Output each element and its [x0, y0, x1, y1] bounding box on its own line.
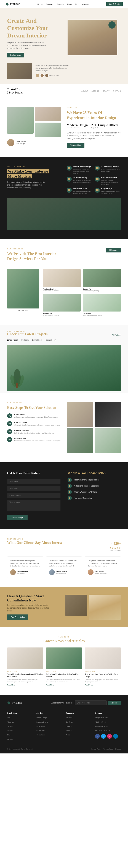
- author-avatar-2: [88, 569, 93, 575]
- footer-sitemap-link[interactable]: Sitemap: [115, 748, 121, 750]
- services-main-card: Interior Design: [7, 269, 39, 316]
- logo-text: INTERSE: [10, 3, 20, 5]
- services-grid-area: Furniture Design Custom furniture soluti…: [43, 269, 121, 316]
- footer-privacy-link[interactable]: Privacy Policy: [91, 748, 101, 750]
- project-tab-1[interactable]: Bedroom: [22, 339, 29, 342]
- person-role: Lead Designer: [16, 143, 26, 145]
- feature-title-5: Unique Design: [101, 188, 121, 190]
- footer-link-1-2[interactable]: Architecture: [36, 725, 45, 727]
- person-card: Chris Rolins Lead Designer: [7, 139, 61, 146]
- projects-all-link[interactable]: All Projects: [112, 334, 121, 336]
- news-link-1[interactable]: Read More: [46, 684, 54, 686]
- facebook-icon[interactable]: f: [95, 734, 100, 739]
- feature-icon-4: [67, 188, 72, 193]
- hero-cta-button[interactable]: Explore More: [7, 53, 24, 57]
- footer-top: INTERSE Subscribe to Our Newsletter Subs…: [7, 701, 121, 705]
- news-excerpt-2: Transform your living space with these e…: [85, 679, 121, 683]
- steps-content: Our Process Easy Steps To Get Your Solut…: [7, 402, 61, 453]
- step-title-0: Consultation: [14, 413, 58, 415]
- footer-link-2-1[interactable]: Our Team: [66, 721, 73, 723]
- footer-link-1-0[interactable]: Interior Design: [36, 717, 47, 719]
- footer-link-0-2[interactable]: Services: [7, 725, 13, 727]
- project-tab-3[interactable]: Dining Room: [46, 339, 56, 342]
- footer-col-2: Company About Us Our Team Careers Partne…: [66, 712, 92, 742]
- linkedin-icon[interactable]: li: [113, 734, 118, 739]
- footer-link-2-3[interactable]: Partners: [66, 730, 72, 732]
- hero-bottom-description: We have over 25 years of experience in i…: [36, 64, 71, 72]
- news-excerpt-0: Discover smart design solutions to maxim…: [7, 679, 43, 683]
- form-feature-text-2: 3 Years Warranty on All Work: [74, 491, 97, 493]
- testimonial-text-0: Interse transformed our living space bey…: [10, 560, 40, 567]
- twitter-icon[interactable]: t: [101, 734, 106, 739]
- form-message-input[interactable]: [7, 500, 60, 511]
- contact-form-section: Get A Free Consultation Send Message We …: [0, 462, 128, 529]
- project-tab-0[interactable]: Living Room: [7, 339, 18, 342]
- footer-subscribe-button[interactable]: Subscribe: [108, 701, 121, 705]
- trusted-logo-0: ABUILT: [81, 90, 88, 92]
- footer-link-3-1[interactable]: +1 234 567 890: [95, 721, 106, 723]
- footer-email-input[interactable]: [75, 701, 107, 705]
- footer-link-1-1[interactable]: Furniture Design: [36, 721, 48, 723]
- nav-cta-button[interactable]: Get A Quote: [106, 2, 123, 6]
- form-phone-input[interactable]: [7, 493, 60, 498]
- instagram-icon[interactable]: in: [107, 734, 112, 739]
- services-section: Our Services We Provide The Best Interio…: [0, 239, 128, 325]
- footer-link-2-2[interactable]: Careers: [66, 725, 72, 727]
- footer-bottom-links: Privacy Policy Terms of Use Sitemap: [91, 748, 121, 750]
- nav-services[interactable]: Services: [46, 3, 53, 5]
- footer-logo-icon: [7, 701, 11, 705]
- cta-button[interactable]: Free Consultation: [7, 615, 28, 620]
- footer-link-0-5[interactable]: Contact: [7, 738, 13, 740]
- feature-title-2: On Time Working: [73, 177, 93, 179]
- services-grid: Furniture Design Custom furniture soluti…: [43, 269, 121, 316]
- hero-bottom: We have over 25 years of experience in i…: [0, 63, 128, 84]
- footer-link-2-4[interactable]: Press: [66, 734, 70, 736]
- form-feature-icon-1: [68, 484, 72, 488]
- footer-link-1-4[interactable]: Consultation: [36, 734, 45, 736]
- nav-about[interactable]: About: [67, 3, 72, 5]
- feature-text-2: On Time Working We complete all projects…: [73, 177, 93, 183]
- footer-link-2-0[interactable]: About Us: [66, 717, 72, 719]
- step-content-2: Product Selection Selecting the finest m…: [14, 429, 54, 434]
- logo: INTERSE: [5, 2, 20, 6]
- footer-terms-link[interactable]: Terms of Use: [103, 748, 113, 750]
- footer-link-3-0[interactable]: info@interse.com: [95, 717, 108, 719]
- news-excerpt-1: Explore the finest furniture collections…: [46, 679, 82, 683]
- author-name-2: Lisa Ferrell: [95, 570, 106, 572]
- news-grid: March 15, 2024 Smart Minimalist Bathroom…: [7, 648, 121, 686]
- features-section: Why Choose Us We Make Your Interior More…: [0, 157, 128, 239]
- cta-image-2-content: [89, 595, 121, 620]
- feature-4: Professional Team Experienced designers …: [67, 188, 93, 194]
- news-image-2: [85, 648, 121, 669]
- footer-link-0-4[interactable]: Blog: [7, 734, 10, 736]
- footer-link-1-3[interactable]: Renovation: [36, 730, 45, 732]
- feature-desc-5: One-of-a-kind designs tailored specifica…: [101, 190, 121, 194]
- footer-link-0-0[interactable]: Home: [7, 717, 11, 719]
- form-name-input[interactable]: [7, 479, 60, 484]
- stat-2: 250+Unique Offices Projects Done: [91, 123, 118, 129]
- project-tab-2[interactable]: Living Room: [32, 339, 42, 342]
- testimonials-grid: Interse transformed our living space bey…: [7, 556, 121, 578]
- news-link-0[interactable]: Read More: [7, 684, 15, 686]
- service-card-title-3: Decoration: [83, 313, 121, 314]
- services-cta-button[interactable]: All Services: [106, 248, 121, 252]
- projects-label: Our Portfolio: [7, 330, 48, 332]
- nav-home[interactable]: Home: [38, 3, 43, 5]
- author-name-1: Marco Rivera: [56, 570, 67, 572]
- experience-cta-button[interactable]: Discover More: [67, 143, 84, 148]
- nav-projects[interactable]: Projects: [56, 3, 63, 5]
- form-email-input[interactable]: [7, 486, 60, 491]
- news-link-2[interactable]: Read More: [85, 684, 93, 686]
- nav-blog[interactable]: Blog: [75, 3, 79, 5]
- form-right-content: We Make Your Space Better Modern Interio…: [68, 471, 121, 520]
- feature-title-0: Modern Interior Design: [73, 165, 93, 167]
- projects-section: Our Portfolio Check Our Latest Projects …: [0, 325, 128, 393]
- form-submit-button[interactable]: Send Message: [7, 515, 28, 520]
- footer-link-0-3[interactable]: Portfolio: [7, 730, 13, 732]
- testimonial-1: Professional, creative and reliable. The…: [46, 556, 82, 578]
- footer-link-0-1[interactable]: About Us: [7, 721, 14, 723]
- footer-newsletter: Subscribe to Our Newsletter Subscribe: [51, 701, 121, 705]
- experience-description: Our team of experienced interior designe…: [67, 131, 121, 140]
- steps-label: Our Process: [7, 402, 61, 404]
- nav-contact[interactable]: Contact: [82, 3, 89, 5]
